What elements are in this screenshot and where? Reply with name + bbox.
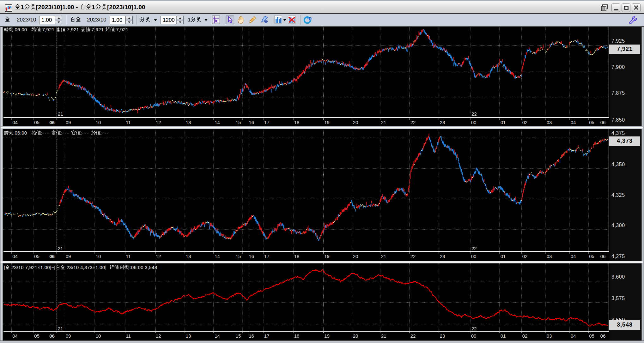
svg-text:R: R bbox=[309, 16, 312, 21]
